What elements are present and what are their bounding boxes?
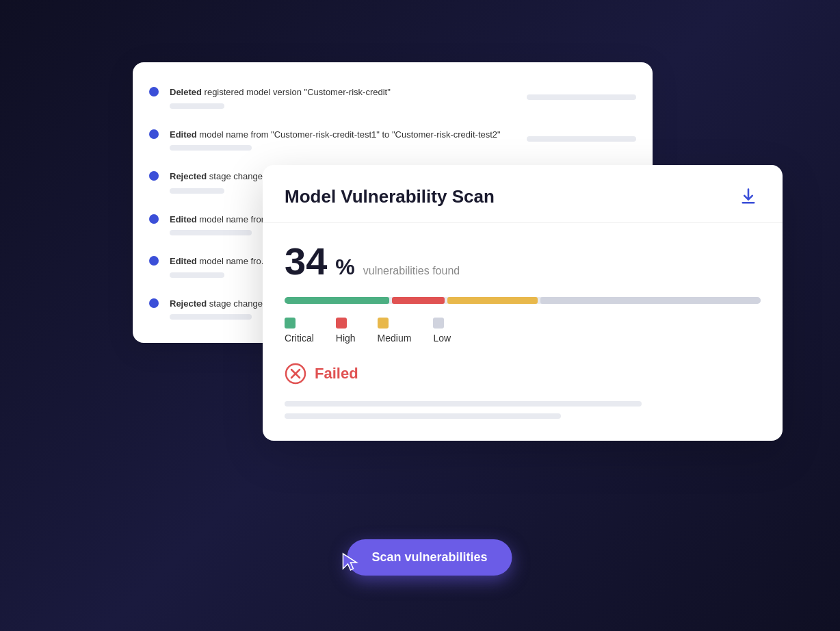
legend-dot-high (336, 318, 347, 329)
legend-label-medium: Medium (378, 333, 412, 344)
activity-timestamp (527, 136, 636, 142)
vulnerability-label: vulnerabilities found (363, 265, 460, 277)
failed-icon (285, 363, 306, 385)
activity-detail: model name from "Customer-risk-credit-te… (197, 129, 501, 140)
activity-action: Rejected (170, 298, 207, 309)
scan-status: Failed (315, 365, 358, 383)
cta-section: Scan vulnerabilities (328, 539, 512, 576)
activity-item: Deleted registered model version "Custom… (133, 76, 653, 118)
scan-details-skeleton (285, 401, 761, 419)
vulnerability-percentage: 34 (285, 242, 327, 281)
activity-text: Edited model name from "Customer-risk-cr… (170, 128, 527, 142)
legend-dot-critical (285, 318, 296, 329)
progress-low (540, 297, 761, 304)
percentage-row: 34 % vulnerabilities found (285, 242, 761, 281)
activity-dot (149, 129, 159, 139)
legend-row: Critical High Medium Low (285, 318, 761, 344)
activity-action: Deleted (170, 87, 202, 97)
percent-sign: % (335, 255, 354, 280)
cursor-icon (341, 552, 360, 577)
activity-meta (170, 103, 224, 109)
activity-dot (149, 298, 159, 308)
activity-action: Edited (170, 256, 197, 266)
activity-action: Rejected (170, 171, 207, 181)
progress-bar (285, 297, 761, 304)
activity-meta (170, 145, 252, 151)
legend-dot-medium (378, 318, 389, 329)
legend-low: Low (433, 318, 451, 344)
activity-detail: stage change... (209, 298, 270, 309)
scan-vulnerabilities-button[interactable]: Scan vulnerabilities (347, 539, 512, 576)
progress-critical (285, 297, 389, 304)
vulnerability-scan-card: Model Vulnerability Scan 34 % vulnerabil… (263, 165, 783, 441)
activity-meta (170, 272, 224, 278)
activity-text: Deleted registered model version "Custom… (170, 86, 527, 99)
activity-detail: registered model version "Customer-risk-… (202, 87, 391, 97)
activity-content: Edited model name from "Customer-risk-cr… (170, 128, 527, 151)
activity-content: Deleted registered model version "Custom… (170, 86, 527, 109)
legend-high: High (336, 318, 356, 344)
progress-medium (447, 297, 538, 304)
legend-label-critical: Critical (285, 333, 314, 344)
progress-high (392, 297, 445, 304)
scan-card-body: 34 % vulnerabilities found Critical High (263, 223, 783, 441)
skeleton-line (285, 401, 642, 407)
activity-dot (149, 214, 159, 224)
download-button[interactable] (736, 184, 761, 209)
activity-dot (149, 171, 159, 181)
activity-meta (170, 230, 252, 235)
scan-card-header: Model Vulnerability Scan (263, 165, 783, 223)
activity-action: Edited (170, 129, 197, 140)
activity-timestamp (527, 94, 636, 100)
legend-label-low: Low (433, 333, 451, 344)
legend-dot-low (433, 318, 444, 329)
legend-medium: Medium (378, 318, 412, 344)
activity-dot (149, 256, 159, 266)
skeleton-line (285, 413, 561, 419)
legend-label-high: High (336, 333, 356, 344)
activity-dot (149, 87, 159, 96)
activity-meta (170, 188, 224, 194)
legend-critical: Critical (285, 318, 314, 344)
activity-meta (170, 314, 252, 320)
scan-card-title: Model Vulnerability Scan (285, 186, 495, 207)
activity-item: Edited model name from "Customer-risk-cr… (133, 118, 653, 161)
status-row: Failed (285, 363, 761, 385)
activity-detail: model name fro... (199, 256, 268, 266)
activity-action: Edited (170, 214, 197, 224)
